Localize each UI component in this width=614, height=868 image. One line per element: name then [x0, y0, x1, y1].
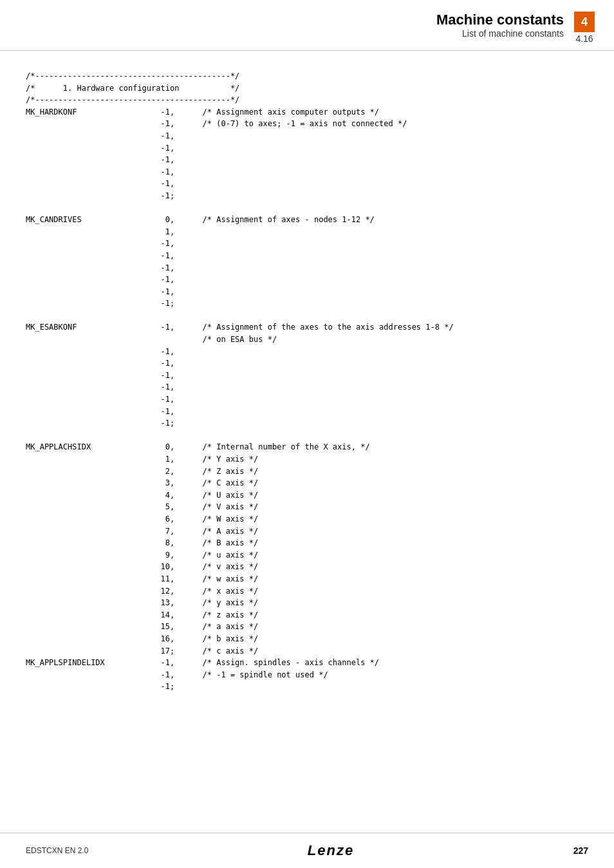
chapter-badge: 4: [574, 12, 595, 32]
footer-edition: EDSTCXN EN 2.0: [26, 846, 88, 855]
page-subtitle: List of machine constants: [19, 28, 564, 39]
page-header: Machine constants List of machine consta…: [0, 0, 614, 51]
section-number: 4.16: [575, 33, 593, 44]
code-content: /*--------------------------------------…: [26, 70, 588, 693]
page-title: Machine constants: [19, 12, 564, 28]
footer-logo: Lenze: [308, 842, 354, 859]
header-badge-block: 4 4.16: [574, 12, 595, 44]
main-content: /*--------------------------------------…: [0, 51, 614, 731]
page-footer: EDSTCXN EN 2.0 Lenze 227: [0, 833, 614, 868]
footer-page-number: 227: [573, 845, 588, 856]
header-title-block: Machine constants List of machine consta…: [19, 12, 564, 39]
